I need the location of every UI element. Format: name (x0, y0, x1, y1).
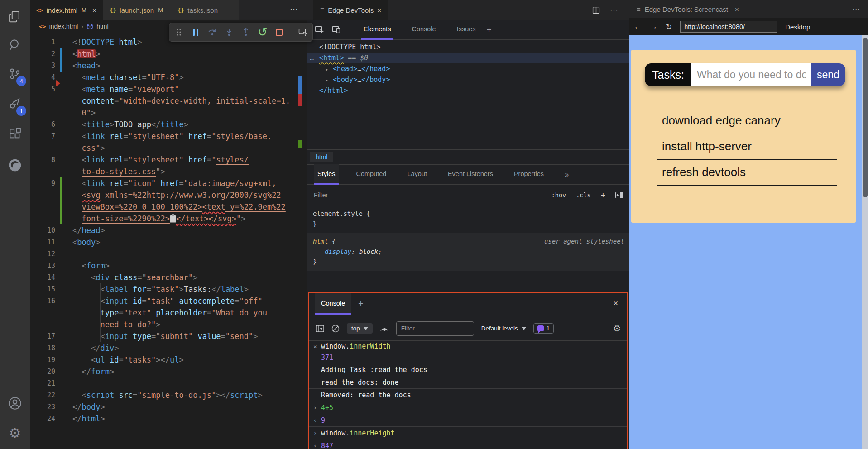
new-style-rule-button[interactable]: + (601, 191, 605, 200)
console-message[interactable]: ‹9 (309, 414, 627, 427)
code-line[interactable]: need to do?"> (30, 319, 307, 330)
inspect-icon[interactable] (297, 26, 308, 38)
screencast-title-bar[interactable]: ≡ Edge DevTools: Screencast × ⋯ (629, 0, 868, 18)
explorer-icon[interactable] (0, 4, 30, 30)
console-filter-input[interactable] (396, 321, 474, 336)
code-line[interactable]: 17 <input type="submit" value="send"> (30, 330, 307, 342)
overview-ruler[interactable] (298, 33, 302, 449)
expand-chevron-icon[interactable]: ‹ (309, 439, 321, 449)
add-tool-icon[interactable]: + (487, 25, 492, 35)
task-item[interactable]: refresh devtools (657, 160, 837, 186)
close-icon[interactable]: × (735, 5, 739, 13)
code-line[interactable]: 8 <link rel="stylesheet" href="styles/ (30, 154, 307, 166)
close-icon[interactable]: × (92, 6, 96, 14)
code-line[interactable]: type="text" placeholder="What do you (30, 307, 307, 319)
code-line[interactable]: 2<html> (30, 48, 307, 60)
code-line[interactable]: 6 <title>TODO app</title> (30, 119, 307, 130)
sidebar-tab-computed[interactable]: Computed (353, 164, 390, 185)
editor-tab-index.html[interactable]: <>index.htmlM× (30, 0, 103, 20)
task-input[interactable] (691, 63, 811, 86)
more-actions-icon[interactable]: ⋯ (610, 5, 618, 15)
code-line[interactable]: 13 <form> (30, 260, 307, 272)
step-into-icon[interactable] (224, 26, 235, 38)
code-line[interactable]: 21 (30, 377, 307, 389)
drag-grip-icon[interactable] (174, 26, 184, 38)
expand-arrow-icon[interactable]: ▸ (326, 64, 333, 75)
edge-devtools-icon[interactable] (0, 152, 30, 178)
style-rule-html[interactable]: user agent stylesheet html { display: bl… (307, 233, 630, 271)
screencast-viewport[interactable]: Tasks: send download edge canaryinstall … (629, 35, 868, 449)
console-message[interactable]: ›4+5 (309, 401, 627, 414)
sidebar-tab-styles[interactable]: Styles (314, 164, 339, 185)
restart-icon[interactable]: ↺ (257, 26, 268, 38)
toggle-hover-state-button[interactable]: :hov (551, 191, 566, 199)
styles-filter-input[interactable]: Filter (314, 191, 328, 199)
code-line[interactable]: 16 <input id="task" autocomplete="off" (30, 295, 307, 307)
step-over-icon[interactable] (207, 26, 218, 38)
console-message[interactable]: Removed: read the docs (309, 389, 627, 401)
dom-node-row[interactable]: </html> (307, 85, 630, 96)
sidebar-tab-event-listeners[interactable]: Event Listeners (444, 164, 497, 185)
task-item[interactable]: install http-server (657, 134, 837, 160)
dom-node-row[interactable]: ▸<body>…</body> (307, 74, 630, 85)
back-icon[interactable]: ← (634, 22, 642, 31)
breadcrumb-file[interactable]: index.html (49, 23, 78, 30)
code-line[interactable]: 22 <script src="simple-to-do.js"></scrip… (30, 389, 307, 401)
send-button[interactable]: send (811, 63, 845, 86)
inspect-element-icon[interactable] (315, 25, 324, 34)
code-line[interactable]: 24</html> (30, 413, 307, 425)
code-line[interactable]: css"> (30, 142, 307, 154)
expand-chevron-icon[interactable]: › (309, 401, 321, 414)
console-message[interactable]: ×window.innerWidth (309, 341, 627, 352)
dom-node-row[interactable]: <!DOCTYPE html> (307, 42, 630, 53)
clear-console-icon[interactable] (331, 325, 340, 333)
code-line[interactable]: viewBox=%220 0 100 100%22><text y=%22.9e… (30, 201, 307, 213)
console-sidebar-icon[interactable] (316, 325, 324, 332)
devtools-tab-elements[interactable]: Elements (361, 20, 393, 40)
screencast-scrollbar[interactable] (862, 35, 868, 449)
code-line[interactable]: 3<head> (30, 60, 307, 72)
devtools-tab-console[interactable]: Console (409, 20, 438, 40)
css-property-value[interactable]: block (359, 248, 378, 255)
step-out-icon[interactable] (241, 26, 251, 38)
dom-node-row[interactable]: ▸<head>…</head> (307, 63, 630, 74)
console-settings-gear-icon[interactable]: ⚙ (613, 323, 621, 334)
remove-live-expression-icon[interactable]: × (309, 341, 321, 352)
console-message[interactable]: ‹847 (309, 439, 627, 449)
extensions-icon[interactable] (0, 120, 30, 147)
code-line[interactable]: 10</head> (30, 224, 307, 236)
toggle-class-button[interactable]: .cls (576, 191, 591, 199)
sidebar-tab-properties[interactable]: Properties (510, 164, 547, 185)
reload-icon[interactable]: ↻ (666, 22, 672, 32)
more-editor-actions-icon[interactable]: ⋯ (290, 5, 299, 14)
overflow-chevron-icon[interactable]: » (565, 170, 569, 179)
forward-icon[interactable]: → (650, 22, 657, 31)
console-tab[interactable]: Console (315, 293, 351, 315)
code-line[interactable]: 4 <meta charset="UTF-8"> (30, 72, 307, 83)
code-line[interactable]: 14 <div class="searchbar"> (30, 272, 307, 283)
code-line[interactable]: 11<body> (30, 236, 307, 248)
console-message[interactable]: 371 (309, 352, 627, 363)
code-line[interactable]: 15 <label for="task">Tasks:</label> (30, 283, 307, 295)
live-expression-eye-icon[interactable] (380, 325, 389, 332)
close-icon[interactable]: × (377, 6, 381, 14)
code-line[interactable]: <svg xmlns=%22http://www.w3.org/2000/svg… (30, 189, 307, 201)
run-and-debug-icon[interactable]: 1 (0, 91, 30, 117)
sidebar-tab-layout[interactable]: Layout (403, 164, 431, 185)
code-line[interactable]: content="width=device-width, initial-sca… (30, 95, 307, 107)
code-line[interactable]: 19 <ul id="tasks"></ul> (30, 354, 307, 366)
code-line[interactable]: 0"> (30, 107, 307, 119)
expand-arrow-icon[interactable]: ▸ (326, 75, 333, 86)
split-editor-icon[interactable] (592, 6, 600, 14)
device-emulation-icon[interactable] (332, 25, 341, 34)
elements-breadcrumb-html[interactable]: html (310, 152, 333, 162)
code-line[interactable]: 5 <meta name="viewport" (30, 83, 307, 95)
context-selector[interactable]: top (347, 323, 373, 334)
source-control-icon[interactable]: 4 (0, 61, 30, 87)
pause-icon[interactable] (191, 26, 201, 38)
editor-tab-tasks.json[interactable]: {}tasks.json (171, 0, 239, 20)
code-line[interactable]: font-size=%2290%22></text></svg>"> (30, 213, 307, 224)
more-actions-icon[interactable]: ⋯ (852, 5, 861, 14)
code-line[interactable]: 23</body> (30, 401, 307, 413)
code-line[interactable]: 20 </form> (30, 366, 307, 377)
